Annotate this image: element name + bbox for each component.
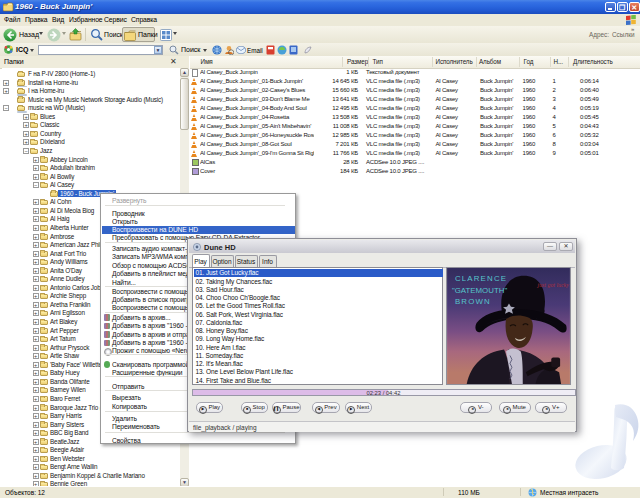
svg-text:BROWN: BROWN — [454, 297, 490, 306]
svg-text:just got lucky: just got lucky — [536, 282, 569, 288]
svg-text:"GATEMOUTH": "GATEMOUTH" — [451, 286, 506, 295]
svg-text:CLARENCE: CLARENCE — [454, 274, 506, 283]
